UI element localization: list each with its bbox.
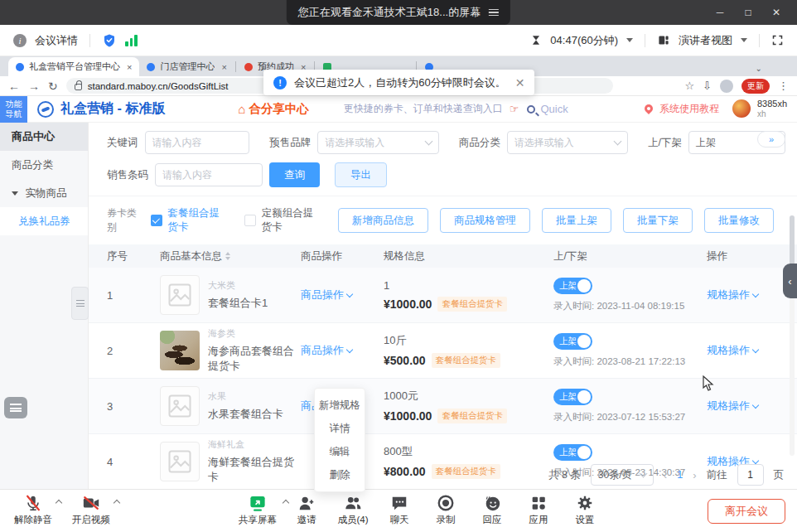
browser-profile-avatar[interactable] [720,80,733,93]
apps-button[interactable]: 应用 [515,493,562,526]
spec-ops-link[interactable]: 规格操作 [707,399,797,414]
batch-edit-button[interactable]: 批量修改 [704,208,774,233]
reactions-button[interactable]: 回应 [469,493,515,526]
barcode-input[interactable] [155,163,263,186]
toggle-knob [577,390,591,404]
share-screen-button[interactable]: 共享屏幕 [232,493,283,526]
username-sub: xh [757,109,787,119]
network-signal-icon[interactable] [125,35,138,46]
close-button[interactable]: ✕ [762,0,790,25]
security-shield-icon[interactable] [102,33,117,48]
sidebar-item-gift-voucher[interactable]: 兑换礼品券 [0,207,88,235]
toast-close-icon[interactable]: ✕ [515,76,525,89]
row-no: 3 [107,400,160,413]
batch-off-button[interactable]: 批量下架 [623,208,693,233]
video-options-chevron[interactable] [114,500,120,506]
current-page[interactable]: 1 [677,469,683,481]
right-panel-handle[interactable]: ‹ [783,264,797,298]
browser-tab-active[interactable]: 礼盒营销平台管理中心 × [8,57,139,76]
floating-list-button[interactable] [4,397,27,418]
tab-list-chevron-icon[interactable]: ⌄ [756,64,762,73]
record-button[interactable]: 录制 [423,493,469,526]
menu-item-details[interactable]: 详情 [315,417,365,440]
quick-label[interactable]: Quick [540,103,568,115]
collapse-filters-button[interactable]: » [757,131,785,148]
search-button[interactable]: 查询 [269,162,320,187]
members-button[interactable]: 成员(4) [330,493,376,526]
invite-button[interactable]: 邀请 [283,493,330,526]
status-toggle[interactable]: 上架 [553,333,592,350]
category-select[interactable]: 请选择或输入 [507,131,628,154]
forward-icon[interactable]: → [28,80,40,92]
bookmark-star-icon[interactable]: ☆ [684,80,694,92]
spec-ops-link[interactable]: 规格操作 [707,343,797,358]
checkbox-checked-icon[interactable] [151,215,162,226]
sort-icon[interactable] [225,252,230,260]
col-basic-info[interactable]: 商品基本信息 [160,249,301,264]
page-unit: 页 [774,468,785,482]
page-content: 商品中心 商品分类 实物商品 兑换礼品券 关键词 预售品 [0,123,797,489]
timer-dropdown-icon[interactable] [626,38,633,42]
leave-meeting-button[interactable]: 离开会议 [708,499,785,524]
share-center-link[interactable]: ⌂ 合分享中心 [238,101,309,117]
add-product-button[interactable]: 新增商品信息 [338,208,428,233]
tab-favicon [147,63,155,71]
sidebar-collapse-handle[interactable] [71,287,89,320]
keyword-input[interactable] [145,131,250,154]
checkbox-unchecked-icon[interactable] [244,215,256,226]
camera-off-icon [81,493,101,513]
brand-select[interactable]: 请选择或输入 [317,131,438,154]
download-icon[interactable]: ⇩ [703,80,712,92]
tab-close-icon[interactable]: × [127,62,132,72]
tab-close-icon[interactable]: × [221,62,226,72]
nav-label-1: 功能 [6,99,22,109]
minimize-button[interactable]: ─ [706,0,734,25]
tutorial-link[interactable]: 系统使用教程 [659,102,719,116]
chat-button[interactable]: 聊天 [376,493,423,526]
settings-button[interactable]: 设置 [562,493,608,526]
export-button[interactable]: 导出 [335,162,387,187]
status-toggle[interactable]: 上架 [553,444,592,461]
unmute-button[interactable]: 解除静音 [10,493,56,526]
start-video-button[interactable]: 开启视频 [68,493,114,526]
cardtype-option-checked[interactable]: 套餐组合提货卡 [151,206,223,235]
updown-label: 上/下架 [648,136,682,150]
page-size-select[interactable]: 30条/页 [591,464,654,486]
banner-menu-icon[interactable] [489,9,499,17]
cardtype-option-unchecked[interactable]: 定额组合提货卡 [244,206,316,235]
entry-time: 录入时间: 2023-07-12 15:53:27 [553,411,707,423]
browser-menu-icon[interactable]: ⋮ [778,80,789,92]
spec-manage-button[interactable]: 商品规格管理 [440,208,530,233]
browser-update-badge[interactable]: 更新 [741,79,770,94]
sidebar-item-goods-category[interactable]: 商品分类 [0,151,88,179]
product-ops-link[interactable]: 商品操作 [301,288,384,302]
back-icon[interactable]: ← [8,80,20,92]
goto-page-input[interactable] [737,464,764,486]
batch-on-button[interactable]: 批量上架 [542,208,611,233]
watching-banner[interactable]: 您正在观看金禾通技术王斌18...的屏幕 [287,0,510,25]
fullscreen-icon[interactable] [771,34,784,46]
maximize-button[interactable]: □ [734,0,762,25]
cardtype-label: 券卡类别 [107,206,139,235]
view-mode-selector[interactable]: 演讲者视图 [679,33,732,48]
menu-item-add-spec[interactable]: 新增规格 [315,394,365,417]
product-ops-link[interactable]: 商品操作 [301,343,384,358]
menu-item-edit[interactable]: 编辑 [315,440,365,463]
function-nav-button[interactable]: 功能 导航 [0,96,27,123]
product-name: 水果套餐组合卡 [208,407,283,422]
meeting-details-link[interactable]: 会议详情 [35,33,78,48]
sidebar-item-physical-goods[interactable]: 实物商品 [0,179,88,207]
next-page-icon[interactable]: › [693,469,696,481]
view-dropdown-icon[interactable] [741,38,747,42]
status-toggle[interactable]: 上架 [553,389,592,405]
mic-options-chevron[interactable] [56,500,62,506]
menu-item-delete[interactable]: 删除 [315,463,365,486]
window-controls: ─ □ ✕ [706,0,790,25]
status-toggle[interactable]: 上架 [553,278,592,294]
prev-page-icon[interactable]: ‹ [664,469,667,481]
quick-search-icon[interactable] [527,105,535,114]
reload-icon[interactable]: ↻ [48,80,58,92]
table-scrollbar[interactable] [790,215,795,456]
user-avatar[interactable] [732,99,751,118]
browser-tab[interactable]: 门店管理中心 × [139,57,234,76]
